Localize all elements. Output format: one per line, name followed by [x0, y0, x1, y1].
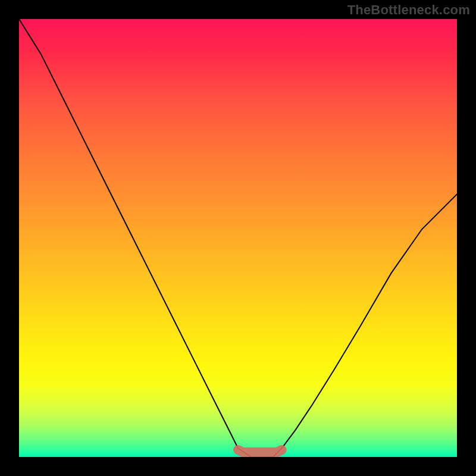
chart-frame: TheBottleneck.com [0, 0, 476, 476]
bottleneck-curve [19, 19, 457, 457]
plot-area [19, 19, 457, 457]
watermark-text: TheBottleneck.com [347, 2, 470, 18]
chart-svg [19, 19, 457, 457]
optimal-range-mark [238, 450, 282, 452]
